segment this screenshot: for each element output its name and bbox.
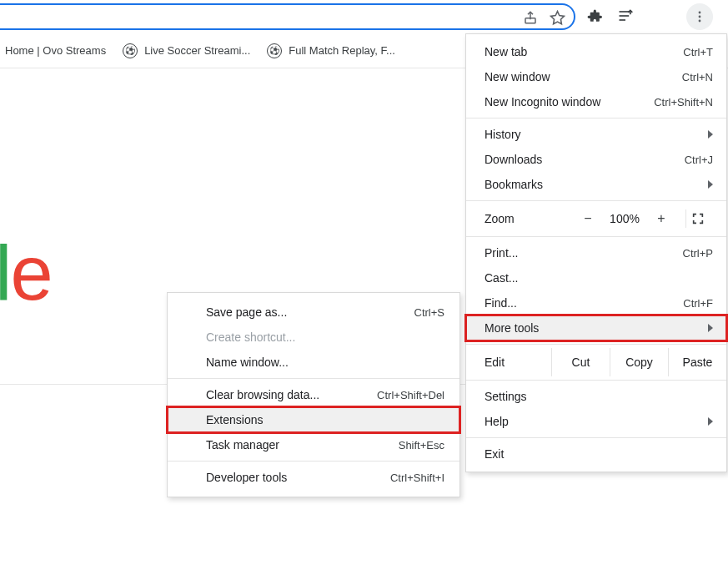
menu-item-downloads[interactable]: Downloads Ctrl+J (466, 147, 726, 172)
menu-item-print[interactable]: Print... Ctrl+P (466, 240, 726, 265)
chevron-right-icon (708, 180, 713, 189)
menu-item-help[interactable]: Help (466, 409, 726, 434)
bookmark-label: Full Match Replay, F... (289, 44, 395, 57)
zoom-out-button[interactable]: − (572, 211, 604, 226)
share-icon[interactable] (522, 9, 539, 26)
submenu-item-extensions[interactable]: Extensions (168, 407, 459, 432)
omnibox[interactable] (0, 3, 575, 30)
zoom-value: 100% (604, 212, 645, 225)
logo-letter-e: e (10, 230, 51, 315)
reading-list-icon[interactable] (617, 8, 634, 24)
logo-letter-l: l (0, 230, 10, 315)
more-tools-submenu: Save page as... Ctrl+S Create shortcut..… (167, 292, 460, 497)
soccer-icon: ⚽ (267, 43, 282, 58)
browser-toolbar (0, 0, 728, 33)
menu-item-settings[interactable]: Settings (466, 384, 726, 409)
bookmark-item[interactable]: Home | Ovo Streams (5, 44, 106, 57)
zoom-in-button[interactable]: + (645, 211, 677, 226)
edit-paste-button[interactable]: Paste (668, 348, 726, 376)
submenu-item-name-window[interactable]: Name window... (168, 350, 459, 375)
menu-item-find[interactable]: Find... Ctrl+F (466, 290, 726, 315)
menu-item-history[interactable]: History (466, 122, 726, 147)
menu-item-new-tab[interactable]: New tab Ctrl+T (466, 39, 726, 64)
extensions-icon[interactable] (585, 8, 602, 24)
main-menu: New tab Ctrl+T New window Ctrl+N New Inc… (465, 33, 727, 472)
bookmark-item[interactable]: ⚽ Live Soccer Streami... (123, 43, 250, 58)
menu-item-more-tools[interactable]: More tools (466, 315, 726, 340)
bookmark-label: Live Soccer Streami... (144, 44, 250, 57)
submenu-item-create-shortcut: Create shortcut... (168, 325, 459, 350)
edit-cut-button[interactable]: Cut (551, 348, 610, 376)
menu-button[interactable] (686, 3, 713, 30)
svg-point-2 (699, 16, 701, 18)
bookmark-label: Home | Ovo Streams (5, 44, 106, 57)
star-icon[interactable] (549, 9, 565, 26)
submenu-item-clear-browsing[interactable]: Clear browsing data... Ctrl+Shift+Del (168, 382, 459, 407)
menu-item-bookmarks[interactable]: Bookmarks (466, 172, 726, 197)
menu-item-new-incognito[interactable]: New Incognito window Ctrl+Shift+N (466, 89, 726, 114)
submenu-item-save-page[interactable]: Save page as... Ctrl+S (168, 300, 459, 325)
bookmark-item[interactable]: ⚽ Full Match Replay, F... (267, 43, 395, 58)
svg-point-3 (699, 20, 701, 23)
menu-item-cast[interactable]: Cast... (466, 265, 726, 290)
google-logo-fragment: le (0, 230, 52, 317)
chevron-right-icon (708, 417, 713, 426)
menu-item-edit: Edit Cut Copy Paste (466, 348, 726, 376)
chevron-right-icon (708, 324, 713, 332)
fullscreen-button[interactable] (691, 212, 716, 225)
submenu-item-developer-tools[interactable]: Developer tools Ctrl+Shift+I (168, 465, 459, 490)
chevron-right-icon (708, 130, 713, 139)
menu-item-new-window[interactable]: New window Ctrl+N (466, 64, 726, 89)
menu-item-zoom: Zoom − 100% + (466, 204, 726, 233)
edit-copy-button[interactable]: Copy (610, 348, 668, 376)
svg-point-1 (699, 12, 701, 14)
submenu-item-task-manager[interactable]: Task manager Shift+Esc (168, 432, 459, 457)
menu-item-exit[interactable]: Exit (466, 441, 726, 467)
soccer-icon: ⚽ (123, 43, 138, 58)
